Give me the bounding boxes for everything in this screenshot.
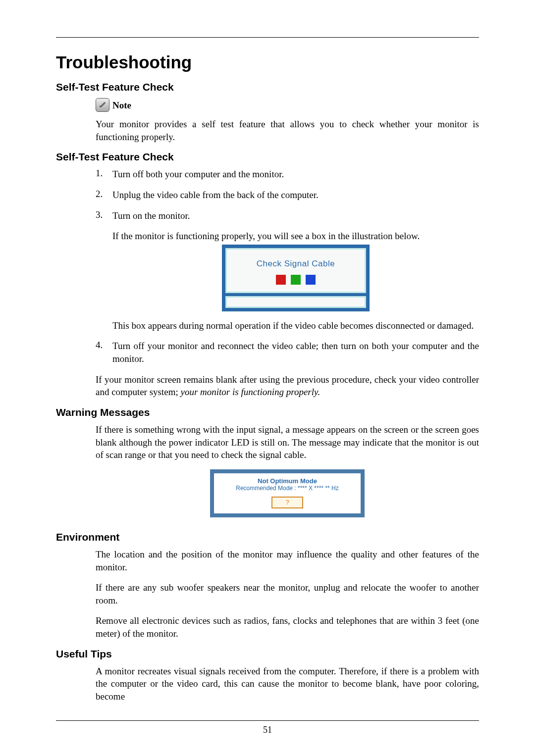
step-number: 4. [96,340,112,365]
step-text: Turn on the monitor. [112,210,190,221]
figure-button: ? [271,497,303,508]
note-label: Note [112,100,131,112]
section-heading-self-test-1: Self-Test Feature Check [56,81,479,93]
page-number: 51 [263,725,272,735]
bottom-divider [56,720,479,721]
section-body: 1. Turn off both your computer and the m… [96,168,479,399]
figure-line2: Recommended Mode : **** X **** ** Hz [217,485,358,492]
step-number: 1. [96,168,112,181]
step-item: 1. Turn off both your computer and the m… [96,168,479,181]
section-body: Note Your monitor provides a self test f… [96,98,479,143]
figure-panel-inner: Check Signal Cable [225,248,366,293]
figure-check-signal: Check Signal Cable [112,245,479,311]
note-text: Your monitor provides a self test featur… [96,118,479,143]
section-heading-warning: Warning Messages [56,406,479,418]
section-body: The location and the position of the mon… [96,548,479,640]
env-p1: The location and the position of the mon… [96,548,479,573]
tips-p1: A monitor recreates visual signals recei… [96,665,479,703]
page-footer: 51 [56,720,479,735]
blue-square [306,275,316,285]
top-divider [56,37,479,38]
green-square [291,275,301,285]
figure-panel: Not Optimum Mode Recommended Mode : ****… [210,469,365,517]
step-subtext: If the monitor is functioning properly, … [112,230,479,243]
figure-panel: Check Signal Cable [222,245,370,311]
step-body: Turn on the monitor. If the monitor is f… [112,209,479,332]
env-p3: Remove all electronic devices such as ra… [96,614,479,640]
step-item: 4. Turn off your monitor and reconnect t… [96,340,479,365]
page-content: Troubleshooting Self-Test Feature Check … [0,0,535,703]
step-text: Unplug the video cable from the back of … [112,189,479,202]
section-heading-useful-tips: Useful Tips [56,648,479,660]
figure-line1: Not Optimum Mode [217,477,358,485]
env-p2: If there are any sub woofer speakers nea… [96,581,479,606]
red-square [276,275,286,285]
page-title: Troubleshooting [56,52,479,72]
step-item: 2. Unplug the video cable from the back … [96,189,479,202]
figure-panel-blank [225,296,366,308]
steps-list: 1. Turn off both your computer and the m… [96,168,479,365]
step-subtext: This box appears during normal operation… [112,319,479,332]
closing-text-italic: your monitor is functioning properly. [181,387,321,397]
warning-text: If there is something wrong with the inp… [96,423,479,461]
color-squares [231,275,361,285]
figure-not-optimum: Not Optimum Mode Recommended Mode : ****… [96,469,479,517]
section-heading-environment: Environment [56,531,479,543]
figure-text: Check Signal Cable [231,258,361,270]
step-number: 2. [96,189,112,202]
note-icon [96,98,109,112]
step-text: Turn off your monitor and reconnect the … [112,340,479,365]
step-item: 3. Turn on the monitor. If the monitor i… [96,209,479,332]
section-body: A monitor recreates visual signals recei… [96,665,479,703]
step-number: 3. [96,209,112,332]
note-callout: Note [96,98,479,112]
section-heading-self-test-2: Self-Test Feature Check [56,151,479,163]
section-body: If there is something wrong with the inp… [96,423,479,517]
closing-paragraph: If your monitor screen remains blank aft… [96,373,479,399]
step-text: Turn off both your computer and the moni… [112,168,479,181]
